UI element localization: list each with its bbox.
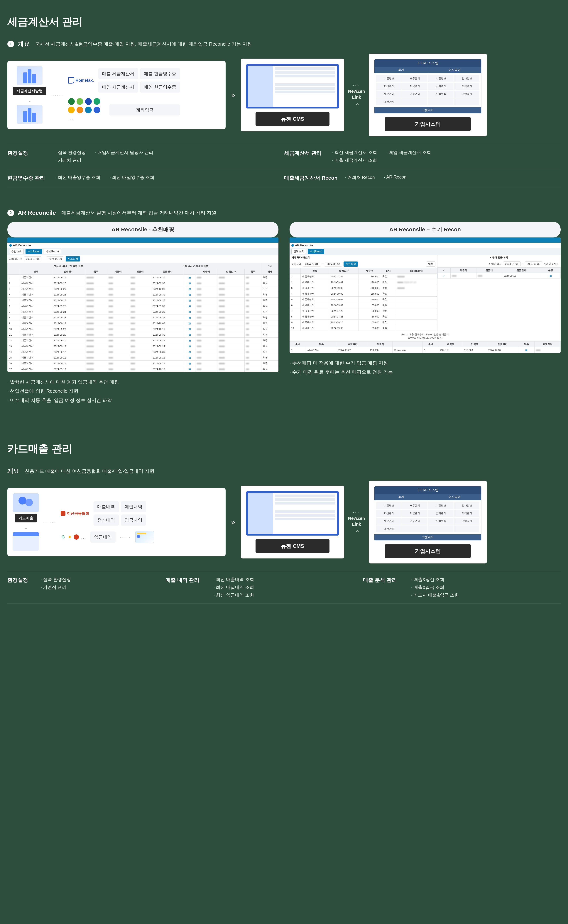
table-row[interactable]: 10세금계산서2024-09-3055,000확정 [290,325,437,331]
table-row[interactable]: 8세금계산서2024-07-2658,000확정 [290,314,437,320]
table-row[interactable]: 14세금계산서2024-09-12■■■■■■■■■■■2024-09-30▦■… [8,349,278,355]
table-row[interactable]: 7세금계산서2024-09-24■■■■■■■■■■■2024-09-25▦■■… [8,309,278,315]
bank-sm-icon [74,534,79,540]
mock-th-group-right: 은행 입금 거래내역 정보 [129,263,261,269]
erp-cell [402,525,428,532]
table-row[interactable]: 4세금계산서2024-09-26■■■■■■■■■■■2024-09-30▦■■… [8,292,278,297]
deposit-row[interactable]: ✓ ■■■ ■■■ 2024-09-18 ▦ [438,273,560,279]
erp-cell: 급여관리 [428,83,453,90]
more-icon: … [68,115,73,122]
table-row[interactable]: 2세금계산서2024-09-26■■■■■■■■■■■2024-09-30▦■■… [8,280,278,286]
mock2-tab-b[interactable]: 수기Recon [308,249,324,254]
more-icon: … [81,534,86,540]
table-row[interactable]: 7세금계산서2024-07-2755,000확정 [290,308,437,314]
flow-dots-icon: ····› [120,535,131,539]
summary-val: 110,000원 (1건) 110,000원 (1건) [408,336,443,339]
mock-tab[interactable]: 수기Recon [44,249,60,254]
erp-cell: 기준정보 [428,502,453,509]
tax-flow-row: 세금계산서발행 ⌄ ·····› Hom﻿etax. 매출 세금계산서 매출 현… [8,54,560,136]
th: 입금액 [462,342,487,347]
feat-item: 최신 매출내역 조회 [213,577,363,582]
mock-search-button[interactable]: 시트화정 [66,256,80,261]
ar-desc: 매출세금계산서 발행 시점에서부터 계좌 입금 거래내역간 대사 처리 지원 [61,210,216,216]
erp-tab-2: 인사급여 [428,67,481,73]
th: 상태 [261,269,278,274]
table-row[interactable]: 3세금계산서2024-09-26■■■■■■■■■■■2024-12-03▦■■… [8,286,278,292]
th: 품목 [85,269,107,274]
link-dots-icon: ···· [353,83,360,87]
erp-cell: 세무관리 [376,518,402,525]
ar-tab-recommend[interactable]: AR Reconsile - 추천매핑 [8,222,278,237]
mock2-date-to2[interactable]: 2024-09-30 [525,261,542,266]
table-row[interactable]: 1세금계산서2024-07-26284,900확정■■■■■ [290,274,437,279]
mock-tab[interactable]: 수기Recon [26,249,42,254]
cfeat-env-title: 환경설정 [8,577,33,598]
mock2-tab-a[interactable]: 전체조회 [292,249,306,254]
feat-item: 접속 환경설정 [56,149,86,155]
mock-date-from[interactable]: 2024-07-01 [24,256,41,261]
bottom-row[interactable]: 1 세금계산서 2024-09-27 110,000 Recon Info 1 … [290,347,560,353]
table-row[interactable]: 17세금계산서2024-09-10■■■■■■■■■■■2024-10-10▦■… [8,366,278,372]
ar-tab-manual[interactable]: AR Reconsile – 수기 Recon [290,222,560,237]
table-row[interactable]: 8세금계산서2024-09-24■■■■■■■■■■■2024-09-25▦■■… [8,315,278,320]
card-chip-grid: 매출내역 매입내역 정산내역 입금내역 [94,501,146,526]
erp-caption-2: 기업시스템 [385,544,471,558]
card-source-card: 카드매출 ⌄ ·····› 여신금융협회 매출내역 매입내역 정산내역 입금내역 [8,488,225,556]
table-row[interactable]: 16세금계산서2024-09-11■■■■■■■■■■■2024-09-11▦■… [8,360,278,366]
table-row[interactable]: 10세금계산서2024-09-23■■■■■■■■■■■2024-10-10▦■… [8,326,278,332]
table-row[interactable]: 13세금계산서2024-09-19■■■■■■■■■■■2024-09-24▦■… [8,344,278,349]
mock-date-to[interactable]: 2024-09-30 [47,256,64,261]
table-row[interactable]: 3세금계산서2024-09-02110,000확정■■■■■ [290,285,437,291]
erp-cell: 퇴직관리 [454,83,480,90]
building-top-icon [17,66,42,85]
table-row[interactable]: 2세금계산서2024-09-02110,000확정■■■■ 2024-07-10 [290,279,437,285]
table-row[interactable]: 6세금계산서2024-09-25■■■■■■■■■■■2024-09-30▦■■… [8,303,278,309]
table-row[interactable]: 1세금계산서2024-09-27■■■■■■■■■■■2024-09-30▦■■… [8,274,278,280]
mock2-excel-button[interactable]: 엑셀 [426,261,435,267]
card-illustration [135,531,154,543]
card-overview-heading: 개요 신용카드 매출에 대한 여신금융협회 매출·매입·입금내역 지원 [8,467,560,475]
table-row[interactable]: 5세금계산서2024-09-25■■■■■■■■■■■2024-09-27▦■■… [8,297,278,303]
erp-cell: 사회보험 [428,518,453,525]
mock2-date-to[interactable]: 2024-09-30 [325,262,342,267]
th: 세금액 [107,269,129,274]
feat-item: 매출&입금 조회 [411,584,560,590]
table-row[interactable]: 9세금계산서2024-09-1655,000확정 [290,320,437,325]
table-row[interactable]: 12세금계산서2024-09-20■■■■■■■■■■■2024-09-24▦■… [8,338,278,344]
flow-dots-icon: ·····› [43,520,56,524]
overview-desc: 국세청 세금계산서&현금영수증 매출·매입 지원, 매출세금계산서에 대한 계좌… [35,41,252,47]
feat-item: 최신 세금계산서 조회 [332,149,377,155]
num-1: 1 [8,41,14,47]
mock-tab[interactable]: 추천조회 [9,249,24,254]
chip-deposit-list: 입금내역 [91,532,116,543]
bullet: 추천매핑 미 적용에 대한 수기 입금 매핑 지원 [290,359,560,368]
num-2: 2 [8,210,14,216]
chip-sales: 매출내역 [94,501,119,512]
table-row[interactable]: 6세금계산서2024-09-0255,000확정 [290,302,437,308]
section-card-title: 카드매출 관리 [8,442,560,456]
newzen-link-label-2: NewZen Link [348,516,365,527]
down-arrow-icon: ⌄ [27,97,32,103]
tax-feature-table: 환경설정 접속 환경설정 매입세금계산서 담당자 관리 거래처 관리 세금계산서… [8,144,560,187]
cfeat-sales-title: 매출 내역 관리 [166,577,206,598]
feat-item: 거래처 관리 [56,157,284,163]
th: ✓ [438,268,450,273]
table-row[interactable]: 5세금계산서2024-09-02110,000확정 [290,297,437,302]
erp-caption: 기업시스템 [385,117,471,131]
overview-label: 개요 [18,40,30,48]
mock2-date-from[interactable]: 2024-07-01 [303,262,320,267]
erp-cell: 퇴직관리 [454,510,480,517]
erp-cell: 기준정보 [376,75,402,82]
th: 입금일자 [502,268,541,273]
table-row[interactable]: 9세금계산서2024-09-23■■■■■■■■■■■2024-10-08▦■■… [8,320,278,326]
table-row[interactable]: 15세금계산서2024-09-11■■■■■■■■■■■2024-09-13▦■… [8,355,278,360]
mock2-search-button[interactable]: 시트화정 [343,261,358,267]
section-tax-title: 세금계산서 관리 [8,15,560,29]
erp-footer: 그룹웨어 [375,107,481,113]
erp-tab-1: 회계 [375,494,428,500]
table-row[interactable]: 11세금계산서2024-09-20■■■■■■■■■■■2024-09-30▦■… [8,332,278,338]
th: 발행일자 [337,342,368,347]
th: 분류 [306,342,337,347]
mock2-date-from2[interactable]: 2024-01-01 [503,261,521,266]
table-row[interactable]: 4세금계산서2024-09-02118,800확정 [290,291,437,297]
